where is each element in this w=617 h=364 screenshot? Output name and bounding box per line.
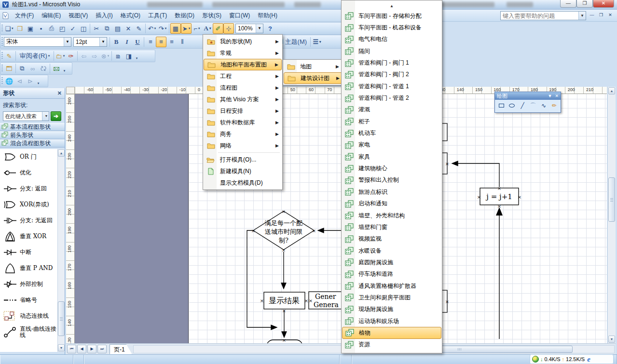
menu-top-item[interactable]: 工具(T)	[144, 10, 171, 21]
shape-menu-item[interactable]: ★ 我的形状(M) ▶	[204, 36, 282, 47]
shape-list-item[interactable]: 省略号	[0, 292, 57, 308]
print-preview-button[interactable]: ◰	[57, 23, 68, 34]
drawing-toolbar-titlebar[interactable]: 绘图 ▼✕	[495, 92, 561, 100]
shape-menu-item[interactable]: 地图和平面布置图 ▶	[204, 59, 282, 70]
shape-menu-item[interactable]: 其他 Visio 方案 ▶	[204, 94, 282, 105]
stencil-menu-item[interactable]: 庭园附属设施	[342, 256, 441, 268]
submenu-item[interactable]: 建筑设计图 ▶	[284, 72, 342, 84]
scrollbar-thumb[interactable]	[608, 177, 615, 222]
connector-tool-button[interactable]: ⌐▾	[192, 23, 202, 34]
menu-top-item[interactable]: 帮助(H)	[254, 10, 281, 21]
shape-list-item[interactable]: 优化	[0, 165, 57, 181]
reviewing-pane-button[interactable]: ◨	[123, 51, 134, 61]
align-left-button[interactable]: ≡	[145, 37, 156, 47]
stencil-menu-item[interactable]: 建筑物核心	[342, 162, 441, 174]
stencil-menu-item[interactable]: 机动车	[342, 127, 441, 139]
toolbar-grip[interactable]	[1, 37, 3, 46]
menu-top-item[interactable]: 插入(I)	[92, 10, 116, 21]
pencil-tool-button[interactable]: ✏	[550, 101, 559, 110]
text-tool-button[interactable]: A▾	[202, 23, 213, 34]
stencil-menu-item[interactable]: 墙壁、外壳和结构	[342, 210, 441, 221]
copy-button[interactable]: ⧉	[102, 23, 112, 34]
save-button[interactable]: ▣	[25, 23, 36, 34]
previous-page-button[interactable]: ◀	[77, 345, 86, 353]
delete-button[interactable]: ✕	[123, 23, 134, 34]
restore-button[interactable]: ❐	[576, 0, 593, 8]
stencil-menu-item[interactable]: 警报和出入控制	[342, 175, 441, 186]
scroll-down-icon[interactable]: ▼	[58, 344, 65, 351]
delete-all-markup-button[interactable]: ⊗▾	[100, 51, 110, 61]
ellipse-tool-button[interactable]	[507, 101, 516, 110]
menu-scroll-up-icon[interactable]: ▲	[342, 1, 441, 10]
stencil-header[interactable]: 箭头形状	[0, 131, 65, 139]
next-markup-button[interactable]: ⇨	[89, 51, 100, 61]
shapes-window-button[interactable]: ▦	[170, 23, 181, 34]
last-page-button[interactable]: ⏭	[97, 345, 107, 353]
shape-list-item[interactable]: 分支: 无返回	[0, 213, 57, 229]
shape-list-scrollbar[interactable]: ▲ ▼	[57, 149, 65, 352]
font-combo[interactable]: 宋体 ▼	[4, 37, 71, 47]
refresh-button[interactable]: 🗘	[38, 63, 49, 74]
track-markup-button[interactable]: ✎	[4, 51, 14, 61]
menu-top-item[interactable]: 窗口(W)	[225, 10, 254, 21]
page-tab[interactable]: 页-1	[110, 344, 132, 354]
stencil-menu-item[interactable]: 管道和阀门 - 管道 1	[342, 81, 441, 92]
panel-close-icon[interactable]: ✕	[57, 90, 62, 96]
redo-button[interactable]: ↷▾	[157, 23, 168, 34]
stencil-menu-item[interactable]: 隔间	[342, 45, 441, 57]
stencil-menu-item[interactable]: 柜子	[342, 116, 441, 127]
stencil-menu-item[interactable]: 视频监视	[342, 233, 441, 245]
shape-menu-item[interactable]: 软件和数据库 ▶	[204, 117, 282, 128]
delete-markup-button[interactable]: ✑	[66, 51, 76, 61]
scroll-up-icon[interactable]: ▲	[608, 87, 615, 94]
help-search-box[interactable]: ▼	[500, 11, 586, 20]
shape-menu-item[interactable]: 流程图 ▶	[204, 82, 282, 94]
submenu-item[interactable]: 地图 ▶	[284, 61, 342, 72]
stencil-menu-item[interactable]: 资源	[342, 339, 441, 351]
reviewer-button[interactable]: 审阅者(R)▾	[17, 51, 53, 61]
stencil-menu-item[interactable]: 旅游点标识	[342, 186, 441, 198]
line-weight-button[interactable]: ☰▾	[312, 37, 322, 47]
new-comment-button[interactable]: 🗈	[113, 51, 123, 61]
search-dropdown-icon[interactable]: ▼	[42, 112, 49, 121]
research-button[interactable]: ◫	[78, 23, 89, 34]
stencil-menu-item[interactable]: 家电	[342, 139, 441, 151]
minimize-button[interactable]: —	[560, 0, 576, 8]
freeform-tool-button[interactable]: ∿	[539, 101, 548, 110]
search-go-button[interactable]: ➔	[51, 111, 61, 121]
paste-button[interactable]: ▤	[112, 23, 123, 34]
toolbar-overflow[interactable]: ▾	[36, 76, 41, 86]
underline-button[interactable]: U	[132, 37, 143, 47]
doc-restore-button[interactable]: ❐	[597, 12, 605, 19]
font-size-combo[interactable]: 12pt ▼	[73, 37, 107, 47]
first-page-button[interactable]: ⏮	[67, 345, 76, 353]
stencil-menu-item[interactable]: 墙壁和门窗	[342, 221, 441, 233]
shape-list-item[interactable]: 外部控制	[0, 276, 57, 292]
shape-menu-item[interactable]: 显示文档模具(D) ▶	[204, 177, 282, 189]
menu-top-item[interactable]: 数据(D)	[171, 10, 198, 21]
stencil-menu-item[interactable]: 家具	[342, 151, 441, 162]
shape-menu-item[interactable]: 常规 ▶	[204, 47, 282, 59]
help-search-input[interactable]	[501, 13, 578, 19]
previous-markup-button[interactable]: ⇦	[79, 51, 89, 61]
shape-menu-item[interactable]: 打开模具(O)... ▶	[204, 154, 282, 165]
link-button[interactable]: ∞	[27, 63, 38, 74]
stencil-menu-item[interactable]: 现场附属设施	[342, 304, 441, 315]
drawing-toolbar-close-icon[interactable]: ✕	[555, 94, 559, 98]
vertical-scrollbar[interactable]: ▲ ▼	[607, 87, 616, 343]
bold-button[interactable]: B	[111, 37, 122, 47]
shape-menu-item[interactable]: 商务 ▶	[204, 128, 282, 140]
freeform-tool-button[interactable]: ✐	[213, 23, 223, 34]
stencil-menu-item[interactable]: 卫生间和厨房平面图	[342, 292, 441, 303]
connector-diamond-left-loop[interactable]	[247, 230, 276, 327]
vertical-align-button[interactable]: ⫴	[177, 37, 188, 47]
shape-search-input[interactable]: 在此键入搜索 ▼	[3, 111, 49, 121]
stencil-menu-item[interactable]: 植物	[342, 327, 441, 338]
drawing-toolbar-dropdown-icon[interactable]: ▼	[548, 94, 552, 98]
stencil-header[interactable]: 混合流程图形状	[0, 139, 65, 148]
stencil-menu-item[interactable]: 车间平面图 - 机器和设备	[342, 22, 441, 33]
shape-list-item[interactable]: 直线-曲线连接线	[0, 324, 57, 340]
close-button[interactable]: ✕	[593, 0, 614, 8]
help-dropdown-icon[interactable]: ▼	[578, 12, 586, 20]
align-right-button[interactable]: ≡	[166, 37, 177, 47]
